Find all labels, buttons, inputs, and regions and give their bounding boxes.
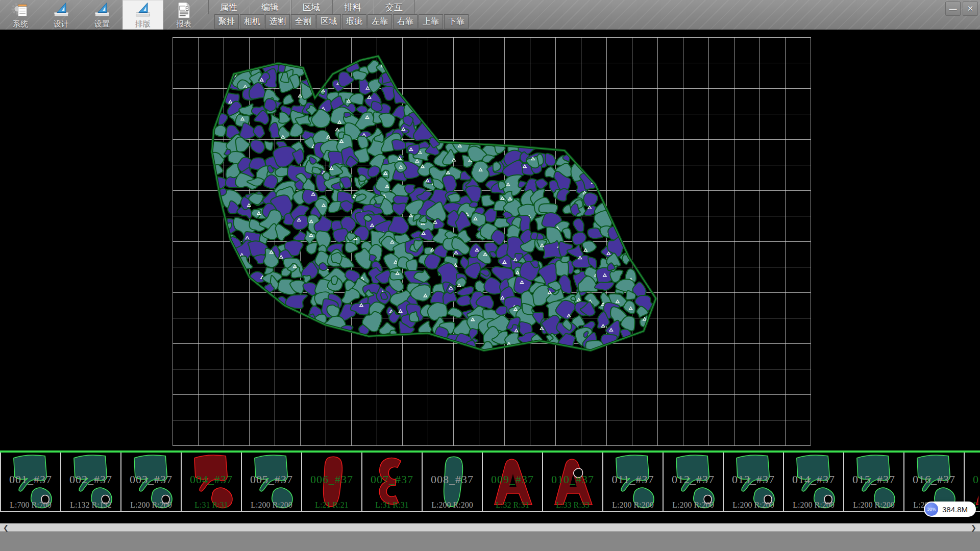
tool-button-1[interactable]: 聚排 (214, 14, 239, 29)
piece-lr: L:700 R:700 (1, 500, 60, 510)
nav-button-system[interactable]: 系统 (0, 0, 41, 30)
main-nav: 系统设计设置排版报表 (0, 0, 204, 30)
piece-lr: L:33 R:33 (543, 500, 602, 510)
tool-button-8[interactable]: 右靠 (393, 14, 418, 29)
piece-cell-10[interactable]: 010_#37L:33 R:33 (543, 453, 603, 511)
nav-label: 报表 (176, 19, 191, 29)
piece-thumbnail-strip: 001_#37L:700 R:700002_#37L:132 R:132003_… (0, 453, 980, 512)
piece-id: 009_#37 (483, 473, 542, 486)
piece-cell-13[interactable]: 013_#37L:200 R:200 (724, 453, 784, 511)
piece-lr: L:200 R:200 (784, 500, 843, 510)
memory-overlay[interactable]: 38% 384.8M (924, 502, 976, 517)
piece-id: 011_#37 (603, 473, 663, 486)
nav-label: 设计 (54, 19, 69, 29)
piece-id: 003_#37 (121, 473, 181, 486)
nav-label: 系统 (13, 19, 28, 29)
piece-id: 002_#37 (61, 473, 120, 486)
piece-cell-14[interactable]: 014_#37L:200 R:200 (784, 453, 844, 511)
nav-button-settings[interactable]: 设置 (82, 0, 122, 30)
cpu-percent-badge: 38% (925, 503, 938, 516)
piece-cell-1[interactable]: 001_#37L:700 R:700 (1, 453, 61, 511)
piece-lr: L:200 R:200 (121, 500, 181, 510)
nesting-canvas[interactable] (0, 30, 980, 450)
piece-id: 010_#37 (543, 473, 602, 486)
menu-tab-2[interactable]: 编辑 (249, 0, 290, 14)
piece-id: 012_#37 (664, 473, 723, 486)
piece-cell-8[interactable]: 008_#37L:200 R:200 (423, 453, 483, 511)
piece-id: 017_#37 (965, 473, 978, 486)
piece-id: 016_#37 (904, 473, 964, 486)
design-icon (52, 1, 70, 19)
tool-button-4[interactable]: 全割 (291, 14, 315, 29)
piece-cell-9[interactable]: 009_#37L:32 R:31 (483, 453, 543, 511)
piece-cell-12[interactable]: 012_#37L:200 R:200 (664, 453, 724, 511)
piece-id: 006_#37 (302, 473, 361, 486)
window-controls: — ✕ (945, 2, 978, 16)
piece-id: 004_#37 (182, 473, 241, 486)
piece-cell-6[interactable]: 006_#37L:21 R:21 (302, 453, 362, 511)
tool-button-7[interactable]: 左靠 (368, 14, 392, 29)
piece-id: 005_#37 (242, 473, 301, 486)
piece-id: 013_#37 (724, 473, 783, 486)
menu-tab-row: 属性编辑区域排料交互 (208, 0, 415, 14)
nav-button-design[interactable]: 设计 (41, 0, 82, 30)
scroll-left-icon[interactable]: ❮ (3, 523, 9, 532)
piece-lr: L:200 R:200 (242, 500, 301, 510)
piece-cell-3[interactable]: 003_#37L:200 R:200 (121, 453, 182, 511)
nav-label: 设置 (94, 19, 110, 29)
piece-cell-4[interactable]: 004_#37L:31 R:31 (182, 453, 242, 511)
piece-id: 014_#37 (784, 473, 843, 486)
piece-lr: L:200 R:200 (664, 500, 723, 510)
piece-id: 015_#37 (844, 473, 903, 486)
system-icon (11, 1, 30, 19)
piece-lr: L:31 R:31 (182, 500, 241, 510)
nav-label: 排版 (135, 19, 151, 29)
piece-cell-5[interactable]: 005_#37L:200 R:200 (242, 453, 302, 511)
menu-tab-4[interactable]: 排料 (332, 0, 373, 14)
tool-button-3[interactable]: 选割 (265, 14, 290, 29)
piece-id: 007_#37 (362, 473, 422, 486)
horizontal-scrollbar[interactable]: ❮ ❯ (0, 523, 980, 532)
piece-id: 001_#37 (1, 473, 60, 486)
piece-lr: L:200 R:200 (844, 500, 903, 510)
nav-button-report[interactable]: 报表 (163, 0, 204, 30)
layout-icon (134, 1, 152, 19)
piece-cell-11[interactable]: 011_#37L:200 R:200 (603, 453, 664, 511)
memory-usage-label: 384.8M (942, 505, 968, 514)
tool-button-9[interactable]: 上靠 (419, 14, 443, 29)
piece-cell-2[interactable]: 002_#37L:132 R:132 (61, 453, 121, 511)
piece-lr: L:200 R:200 (603, 500, 663, 510)
piece-lr: L:132 R:132 (61, 500, 120, 510)
piece-lr: L:200 R:200 (423, 500, 482, 510)
tool-button-2[interactable]: 相机 (240, 14, 264, 29)
nav-button-layout[interactable]: 排版 (122, 0, 163, 30)
piece-cell-15[interactable]: 015_#37L:200 R:200 (844, 453, 904, 511)
piece-lr: L:32 R:31 (483, 500, 542, 510)
report-icon (175, 1, 193, 19)
piece-id: 008_#37 (423, 473, 482, 486)
menu-tab-1[interactable]: 属性 (208, 0, 249, 14)
piece-lr: L:31 R:31 (362, 500, 422, 510)
status-bar (0, 532, 980, 551)
piece-lr: L:21 R:21 (302, 500, 361, 510)
menu-tab-5[interactable]: 交互 (373, 0, 415, 14)
scroll-right-icon[interactable]: ❯ (971, 523, 976, 532)
menu-tab-3[interactable]: 区域 (290, 0, 332, 14)
application-window: 系统设计设置排版报表 属性编辑区域排料交互 聚排相机选割全割区域瑕疵左靠右靠上靠… (0, 0, 980, 551)
minimize-button[interactable]: — (945, 2, 961, 16)
tool-button-10[interactable]: 下靠 (444, 14, 469, 29)
piece-cell-7[interactable]: 007_#37L:31 R:31 (362, 453, 423, 511)
tool-button-5[interactable]: 区域 (316, 14, 341, 29)
settings-icon (93, 1, 111, 19)
tool-button-6[interactable]: 瑕疵 (342, 14, 366, 29)
close-button[interactable]: ✕ (963, 2, 978, 16)
piece-lr: L:200 R:200 (724, 500, 783, 510)
title-toolbar: 系统设计设置排版报表 属性编辑区域排料交互 聚排相机选割全割区域瑕疵左靠右靠上靠… (0, 0, 980, 30)
tool-button-row: 聚排相机选割全割区域瑕疵左靠右靠上靠下靠 (214, 14, 470, 30)
